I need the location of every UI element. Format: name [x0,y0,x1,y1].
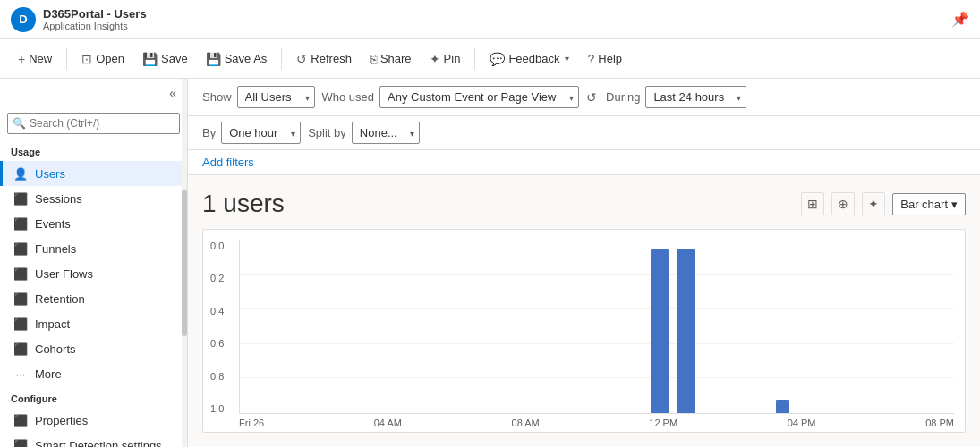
open-button[interactable]: ⊡ Open [74,46,132,72]
grid-line-20 [240,377,954,378]
who-used-select[interactable]: Any Custom Event or Page View [379,86,579,108]
y-label-3: 0.4 [210,306,232,316]
sidebar-item-properties[interactable]: ⬛ Properties [0,408,187,433]
collapse-button[interactable]: « [166,82,180,104]
pin-button[interactable]: ✦ Pin [422,46,468,72]
sidebar: « 🔍 Usage 👤 Users ⬛ Sessions ⬛ Events ⬛ … [0,79,188,447]
sidebar-item-funnels[interactable]: ⬛ Funnels [0,236,187,261]
usage-section-header: Usage [0,139,187,161]
app-icon: D [11,7,36,32]
who-used-filter-group: Who used Any Custom Event or Page View ↺ [322,86,600,108]
pin-cmd-icon: ✦ [430,52,440,66]
x-label-0: Fri 26 [239,417,264,428]
new-icon: + [18,52,25,66]
grid-view-button[interactable]: ⊞ [801,192,824,215]
sidebar-item-cohorts[interactable]: ⬛ Cohorts [0,336,187,361]
pin-icon[interactable]: 📌 [951,11,969,28]
window-title: D365Portal - Users [43,7,147,21]
bars-area [239,240,954,414]
help-icon: ? [587,52,594,66]
main-layout: « 🔍 Usage 👤 Users ⬛ Sessions ⬛ Events ⬛ … [0,79,980,447]
retention-icon: ⬛ [13,291,28,306]
filter-bar-row2: By One hour Split by None... [188,116,980,150]
smart-detection-icon: ⬛ [13,438,28,447]
users-count: 1 users [202,190,285,218]
cohorts-icon: ⬛ [13,342,28,356]
userflows-icon: ⬛ [13,266,28,281]
who-used-select-wrap: Any Custom Event or Page View [379,86,579,108]
sidebar-item-user-flows[interactable]: ⬛ User Flows [0,261,187,286]
share-icon: ⎘ [370,52,377,66]
scrollbar-thumb[interactable] [182,190,187,337]
who-used-refresh-icon[interactable]: ↺ [584,89,599,106]
sidebar-item-users[interactable]: 👤 Users [0,161,187,186]
by-select[interactable]: One hour [221,122,301,144]
by-select-wrap: One hour [221,122,301,144]
sidebar-item-impact-label: Impact [35,317,70,331]
separator3 [474,48,475,70]
sidebar-item-more[interactable]: ··· More [0,361,187,386]
x-label-2: 08 AM [512,417,540,428]
sidebar-item-sessions[interactable]: ⬛ Sessions [0,186,187,211]
add-filters-link[interactable]: Add filters [202,156,254,169]
sidebar-item-userflows-label: User Flows [35,267,93,281]
sessions-icon: ⬛ [13,191,28,206]
split-by-select-wrap: None... [352,122,420,144]
sidebar-item-retention[interactable]: ⬛ Retention [0,286,187,311]
refresh-button[interactable]: ↺ Refresh [289,46,359,72]
by-filter-group: By One hour [202,122,301,144]
during-select[interactable]: Last 24 hours [645,86,746,108]
chart-plot: Fri 26 04 AM 08 AM 12 PM 04 PM 08 PM [239,240,954,432]
events-icon: ⬛ [13,216,28,231]
y-label-4: 0.2 [210,273,232,283]
share-button[interactable]: ⎘ Share [362,46,419,72]
title-bar: D D365Portal - Users Application Insight… [0,0,980,39]
x-label-4: 04 PM [788,417,816,428]
sidebar-collapse: « [0,79,187,107]
users-icon: 👤 [13,166,28,181]
content-area: Show All Users Who used Any Custom Event… [188,79,980,447]
open-icon: ⊡ [81,52,92,66]
search-input[interactable] [7,113,180,134]
chart-toolbar: ⊞ ⊕ ✦ Bar chart ▾ [801,192,966,215]
pin-chart-button[interactable]: ✦ [862,192,885,215]
chart-inner: 1.0 0.8 0.6 0.4 0.2 0.0 [203,240,954,432]
funnels-icon: ⬛ [13,241,28,256]
bar-1 [651,249,669,413]
filter-bar: Show All Users Who used Any Custom Event… [188,79,980,116]
sidebar-item-events-label: Events [35,217,71,231]
who-used-label: Who used [322,90,375,104]
command-bar: + New ⊡ Open 💾 Save 💾 Save As ↺ Refresh … [0,39,980,79]
save-as-icon: 💾 [206,52,221,66]
save-as-button[interactable]: 💾 Save As [199,46,275,72]
x-axis: Fri 26 04 AM 08 AM 12 PM 04 PM 08 PM [239,414,954,432]
chart-type-button[interactable]: Bar chart ▾ [892,193,966,215]
sidebar-item-events[interactable]: ⬛ Events [0,211,187,236]
split-by-select[interactable]: None... [352,122,420,144]
sidebar-item-smart-detection[interactable]: ⬛ Smart Detection settings [0,433,187,447]
add-filters-bar: Add filters [188,150,980,175]
show-filter-group: Show All Users [202,86,315,108]
sidebar-item-smart-label: Smart Detection settings [35,439,162,448]
sidebar-item-retention-label: Retention [35,292,85,306]
chart-header: 1 users ⊞ ⊕ ✦ Bar chart ▾ [202,190,966,218]
sidebar-item-funnels-label: Funnels [35,242,76,256]
sidebar-scrollbar[interactable] [182,79,187,447]
during-filter-group: During Last 24 hours [606,86,746,108]
title-text: D365Portal - Users Application Insights [43,7,147,31]
window-subtitle: Application Insights [43,21,147,31]
save-button[interactable]: 💾 Save [135,46,195,72]
bar-3 [776,400,790,413]
feedback-button[interactable]: 💬 Feedback ▾ [482,46,576,72]
properties-icon: ⬛ [13,413,28,427]
add-chart-button[interactable]: ⊕ [831,192,855,215]
help-button[interactable]: ? Help [580,46,629,72]
configure-section-header: Configure [0,386,187,408]
during-select-wrap: Last 24 hours [645,86,746,108]
show-select[interactable]: All Users [237,86,315,108]
sidebar-item-impact[interactable]: ⬛ Impact [0,311,187,336]
new-button[interactable]: + New [11,46,59,72]
sidebar-item-cohorts-label: Cohorts [35,342,76,356]
sidebar-item-sessions-label: Sessions [35,192,82,206]
sidebar-item-users-label: Users [35,167,65,181]
